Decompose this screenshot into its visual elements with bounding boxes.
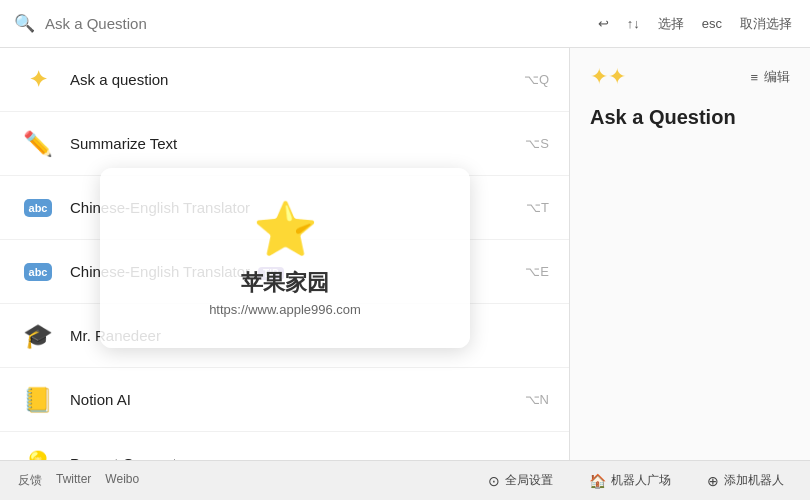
right-panel-header: ✦✦ ≡ 编辑 — [590, 64, 790, 90]
footer-buttons: ⊙ 全局设置 🏠 机器人广场 ⊕ 添加机器人 — [480, 468, 792, 493]
edit-label: 编辑 — [764, 68, 790, 86]
edit-icon: ≡ — [750, 70, 758, 85]
emoji-icon: 🎓 — [23, 322, 53, 350]
list-item-icon: abc — [20, 190, 56, 226]
right-panel: ✦✦ ≡ 编辑 Ask a Question — [570, 48, 810, 460]
list-item-ask-a-question[interactable]: ✦ Ask a question ⌥Q — [0, 48, 569, 112]
footer-links: 反馈TwitterWeibo — [18, 472, 480, 489]
robot-plaza-label: 机器人广场 — [611, 472, 671, 489]
robot-plaza-icon: 🏠 — [589, 473, 606, 489]
search-icon: 🔍 — [14, 13, 35, 34]
list-item-icon: 🎓 — [20, 318, 56, 354]
list-item-shortcut: ⌥Q — [524, 72, 549, 87]
edit-button[interactable]: ≡ 编辑 — [750, 68, 790, 86]
list-item-icon: 📒 — [20, 382, 56, 418]
emoji-icon: 💡 — [23, 450, 53, 461]
abc-icon: abc — [24, 199, 53, 217]
list-item-shortcut: ⌥S — [525, 136, 549, 151]
list-item-icon: ✦ — [20, 62, 56, 98]
right-panel-title: Ask a Question — [590, 106, 790, 129]
emoji-icon: ✏️ — [23, 130, 53, 158]
list-item-shortcut: ⌥E — [525, 264, 549, 279]
add-robot-label: 添加机器人 — [724, 472, 784, 489]
footer: 反馈TwitterWeibo ⊙ 全局设置 🏠 机器人广场 ⊕ 添加机器人 — [0, 460, 810, 500]
up-down-action[interactable]: ↑↓ — [623, 14, 644, 33]
right-panel-sparkle-icon: ✦✦ — [590, 64, 626, 90]
emoji-icon: 📒 — [23, 386, 53, 414]
list-item-label: Notion AI — [70, 391, 525, 408]
list-item-label: Summarize Text — [70, 135, 525, 152]
main-content: ✦ Ask a question ⌥Q ✏️ Summarize Text ⌥S… — [0, 48, 810, 460]
list-item-icon: ✏️ — [20, 126, 56, 162]
search-input[interactable] — [45, 15, 594, 32]
list-item-summarize-text[interactable]: ✏️ Summarize Text ⌥S — [0, 112, 569, 176]
list-item-label: Prompt Generator — [70, 455, 549, 460]
search-bar: 🔍 ↩ ↑↓ 选择 esc 取消选择 — [0, 0, 810, 48]
list-item-shortcut: ⌥N — [525, 392, 549, 407]
reply-action[interactable]: ↩ — [594, 14, 613, 33]
list-item-icon: 💡 — [20, 446, 56, 461]
search-actions: ↩ ↑↓ 选择 esc 取消选择 — [594, 13, 796, 35]
list-item-prompt-generator[interactable]: 💡 Prompt Generator — [0, 432, 569, 460]
cancel-action[interactable]: 取消选择 — [736, 13, 796, 35]
add-robot-icon: ⊕ — [707, 473, 719, 489]
abc-icon: abc — [24, 263, 53, 281]
list-item-icon: abc — [20, 254, 56, 290]
footer-link-Weibo[interactable]: Weibo — [105, 472, 139, 489]
watermark-overlay: ⭐ 苹果家园 https://www.apple996.com — [100, 168, 470, 348]
list-item-notion-ai[interactable]: 📒 Notion AI ⌥N — [0, 368, 569, 432]
esc-action[interactable]: esc — [698, 14, 726, 33]
watermark-star: ⭐ — [253, 199, 318, 260]
footer-link-反馈[interactable]: 反馈 — [18, 472, 42, 489]
list-item-label: Ask a question — [70, 71, 524, 88]
robot-plaza-button[interactable]: 🏠 机器人广场 — [581, 468, 679, 493]
watermark-main-text: 苹果家园 — [241, 268, 329, 298]
list-item-shortcut: ⌥T — [526, 200, 549, 215]
watermark-sub-text: https://www.apple996.com — [209, 302, 361, 317]
global-settings-button[interactable]: ⊙ 全局设置 — [480, 468, 561, 493]
footer-link-Twitter[interactable]: Twitter — [56, 472, 91, 489]
add-robot-button[interactable]: ⊕ 添加机器人 — [699, 468, 792, 493]
global-settings-label: 全局设置 — [505, 472, 553, 489]
sparkle-icon: ✦ — [29, 67, 47, 93]
global-settings-icon: ⊙ — [488, 473, 500, 489]
left-panel: ✦ Ask a question ⌥Q ✏️ Summarize Text ⌥S… — [0, 48, 570, 460]
select-action[interactable]: 选择 — [654, 13, 688, 35]
